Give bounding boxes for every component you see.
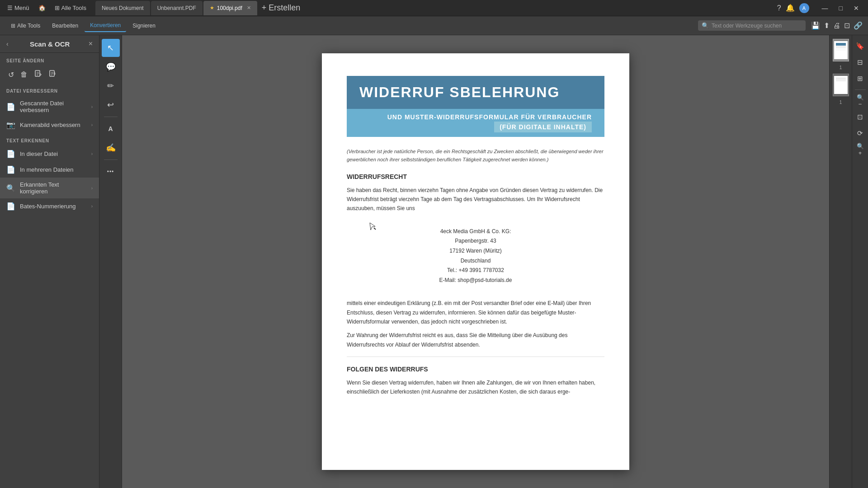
zoom-fit-icon[interactable]: ⊡ [844, 21, 850, 30]
panel-header: ‹ Scan & OCR × [0, 35, 99, 53]
svg-rect-8 [836, 78, 846, 79]
search-input[interactable] [712, 23, 802, 29]
thumbnail-icon-button[interactable]: ⊟ [853, 55, 868, 70]
star-icon: ★ [210, 5, 214, 11]
home-button[interactable]: 🏠 [35, 3, 49, 13]
arrow-icon: › [91, 122, 93, 127]
all-tools-button[interactable]: ⊞ Alle Tools [5, 20, 46, 32]
doc-title-sub-block: UND MUSTER-WIDERRUFSFORMULAR FÜR VERBRAU… [347, 109, 604, 137]
home-icon: 🏠 [38, 5, 46, 11]
bates-nummerierung-label: Bates-Nummerierung [20, 203, 76, 210]
tab-100dpi[interactable]: ★ 100dpi.pdf ✕ [203, 1, 257, 15]
help-icon[interactable]: ? [777, 4, 781, 12]
new-tab-button[interactable]: + Erstellen [258, 2, 304, 14]
bates-nummerierung-item[interactable]: 📄 Bates-Nummerierung › [0, 198, 99, 214]
doc-subtitle1-text: UND MUSTER-WIDERRUFSFORMULAR FÜR VERBRAU… [387, 113, 592, 121]
print-icon[interactable]: 🖨 [833, 22, 840, 30]
section1-text1: Sie haben das Recht, binnen vierzehn Tag… [347, 186, 604, 213]
rotate-button[interactable]: ↺ [6, 69, 16, 81]
signieren-button[interactable]: Signieren [127, 20, 161, 32]
svg-rect-4 [836, 47, 846, 47]
ocr-tool-button[interactable]: A [102, 120, 120, 138]
address-line-6: E-Mail: shop@psd-tutorials.de [347, 276, 604, 286]
tab-neues-dokument[interactable]: Neues Dokument [95, 1, 150, 15]
top-right-controls: ? 🔔 A [777, 3, 815, 13]
erkannten-text-korrigieren-label: Erkannten Text korrigieren [20, 181, 87, 195]
search-icon: 🔍 [702, 22, 709, 29]
page-thumb-2[interactable] [833, 74, 849, 96]
upload-icon[interactable]: ⬆ [824, 21, 830, 30]
bearbeiten-label: Bearbeiten [52, 23, 78, 29]
document-page: WIDERRUF SBELEHRUNG UND MUSTER-WIDERRUFS… [322, 53, 629, 470]
comment-tool-button[interactable]: 💬 [102, 58, 120, 76]
toolbar-divider [104, 117, 118, 117]
arrow-icon: › [91, 186, 93, 191]
account-icon[interactable]: A [799, 3, 809, 13]
link-icon[interactable]: 🔗 [854, 21, 863, 30]
zoom-out-icon-button[interactable]: 🔍− [853, 94, 868, 108]
grid-small-icon: ⊞ [11, 23, 15, 29]
bearbeiten-button[interactable]: Bearbeiten [47, 20, 84, 32]
left-panel: ‹ Scan & OCR × SEITE ÄNDERN ↺ 🗑 DATEI VE… [0, 35, 99, 488]
section2-text1: Wenn Sie diesen Vertrag widerrufen, habe… [347, 378, 604, 397]
tab-bar: Neues Dokument Unbenannt.PDF ★ 100dpi.pd… [95, 1, 775, 15]
panel-close-button[interactable]: × [89, 40, 93, 48]
minimize-button[interactable]: — [816, 3, 834, 14]
doc-icon: 📄 [6, 150, 15, 158]
extract-button[interactable] [32, 68, 44, 81]
arrow-icon: › [91, 104, 93, 109]
zoom-in-icon-button[interactable]: 🔍+ [853, 142, 868, 157]
all-tools-top-button[interactable]: ⊞ Alle Tools [51, 3, 90, 13]
svg-rect-9 [836, 80, 846, 80]
insert-button[interactable] [47, 68, 58, 81]
page-thumbnails-panel: 1 1 [829, 35, 852, 488]
panel-back-button[interactable]: ‹ [6, 40, 9, 47]
section-divider [347, 357, 604, 357]
section1-text2: mittels einer eindeutigen Erklärung (z.B… [347, 299, 604, 326]
maximize-button[interactable]: □ [834, 3, 848, 14]
signature-tool-button[interactable]: ✍ [102, 139, 120, 157]
doc-subtitle-inner: UND MUSTER-WIDERRUFSFORMULAR FÜR VERBRAU… [387, 113, 592, 132]
all-tools-toolbar-label: Alle Tools [17, 23, 40, 29]
more-tools-button[interactable]: ••• [102, 163, 120, 181]
gescannte-datei-item[interactable]: 📄 Gescannte Datei verbessern › [0, 96, 99, 117]
tab-unbenannt[interactable]: Unbenannt.PDF [151, 1, 203, 15]
search-text-icon: 🔍 [6, 184, 15, 192]
page-num-1: 1 [840, 65, 842, 70]
delete-button[interactable]: 🗑 [19, 69, 29, 80]
notification-icon[interactable]: 🔔 [786, 4, 795, 12]
konvertieren-button[interactable]: Konvertieren [85, 19, 126, 32]
erkannten-text-korrigieren-item[interactable]: 🔍 Erkannten Text korrigieren › [0, 178, 99, 198]
select-tool-button[interactable]: ↖ [102, 39, 120, 57]
document-area[interactable]: WIDERRUF SBELEHRUNG UND MUSTER-WIDERRUFS… [122, 35, 829, 488]
address-line-2: Papenbergstr. 43 [347, 236, 604, 246]
rotate-view-icon-button[interactable]: ⟳ [853, 126, 868, 141]
docs-icon: 📄 [6, 165, 15, 174]
save-icon[interactable]: 💾 [811, 21, 820, 30]
doc-intro-text: (Verbraucher ist jede natürliche Person,… [347, 148, 604, 164]
section-text-erkennen-label: TEXT ERKENNEN [0, 133, 99, 146]
doc-subtitle2-text: (FÜR DIGITALE INHALTE) [494, 122, 592, 132]
fit-page-icon-button[interactable]: ⊡ [853, 110, 868, 124]
grid-icon-button[interactable]: ⊞ [853, 71, 868, 86]
in-mehreren-dateien-item[interactable]: 📄 In mehreren Dateien [0, 162, 99, 178]
all-tools-label: Alle Tools [61, 5, 86, 11]
doc-title-main-text: WIDERRUF SBELEHRUNG [359, 84, 592, 101]
doc-address-block: 4eck Media GmbH & Co. KG: Papenbergstr. … [347, 222, 604, 290]
konvertieren-label: Konvertieren [90, 22, 121, 28]
doc-header-block: WIDERRUF SBELEHRUNG UND MUSTER-WIDERRUFS… [347, 76, 604, 137]
address-line-4: Deutschland [347, 256, 604, 266]
menu-button[interactable]: ☰ Menü [4, 3, 33, 13]
close-button[interactable]: ✕ [848, 3, 864, 14]
kamerabild-item[interactable]: 📷 Kamerabild verbessern › [0, 117, 99, 133]
camera-icon: 📷 [6, 121, 15, 129]
scan-icon: 📄 [6, 103, 15, 111]
undo-tool-button[interactable]: ↩ [102, 96, 120, 114]
tab-label: 100dpi.pdf [217, 5, 242, 11]
bookmark-icon-button[interactable]: 🔖 [853, 39, 868, 53]
tab-close-icon[interactable]: ✕ [247, 5, 251, 11]
main-area: ‹ Scan & OCR × SEITE ÄNDERN ↺ 🗑 DATEI VE… [0, 35, 868, 488]
page-thumb-1[interactable] [833, 39, 849, 61]
in-dieser-datei-item[interactable]: 📄 In dieser Datei › [0, 146, 99, 162]
pencil-tool-button[interactable]: ✏ [102, 77, 120, 95]
